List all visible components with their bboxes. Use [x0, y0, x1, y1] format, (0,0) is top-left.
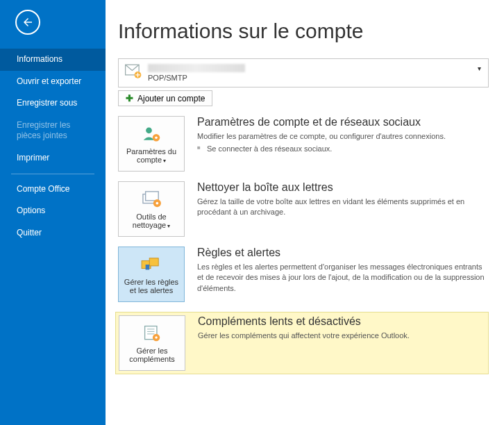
section-desc: Gérez la taille de votre boîte aux lettr… — [197, 197, 489, 218]
add-account-button[interactable]: ✚ Ajouter un compte — [118, 90, 212, 106]
section-desc: Gérer les compléments qui affectent votr… — [198, 331, 485, 341]
nav-print[interactable]: Imprimer — [0, 147, 106, 169]
section-desc: Modifier les paramètres de ce compte, ou… — [197, 131, 489, 142]
svg-rect-6 — [146, 192, 159, 201]
main-panel: Informations sur le compte POP/SMTP ▾ ✚ … — [106, 0, 504, 425]
account-selector[interactable]: POP/SMTP ▾ — [118, 58, 489, 88]
back-button[interactable] — [15, 10, 40, 35]
tile-manage-addins[interactable]: Gérer les compléments — [119, 315, 185, 371]
page-title: Informations sur le compte — [118, 19, 489, 43]
svg-point-2 — [146, 127, 152, 133]
svg-point-4 — [155, 137, 158, 140]
nav-save-attachments: Enregistrer les pièces jointes — [0, 115, 106, 147]
rules-icon — [140, 254, 162, 275]
svg-point-8 — [156, 202, 159, 205]
section-cleanup: Outils de nettoyage▾ Nettoyer la boîte a… — [118, 181, 489, 237]
plus-icon: ✚ — [126, 93, 133, 103]
user-gear-icon — [141, 124, 162, 144]
tile-rules-alerts[interactable]: Gérer les règles et les alertes — [118, 247, 185, 302]
backstage-sidebar: Informations Ouvrir et exporter Enregist… — [0, 0, 106, 425]
cleanup-icon — [141, 189, 162, 210]
addins-icon — [142, 323, 162, 344]
section-heading: Nettoyer la boîte aux lettres — [197, 181, 489, 194]
nav-informations[interactable]: Informations — [0, 49, 106, 71]
nav-separator — [11, 174, 94, 174]
nav-save-as[interactable]: Enregistrer sous — [0, 92, 106, 115]
account-icon — [124, 62, 142, 83]
section-addins: Gérer les compléments Compléments lents … — [115, 312, 489, 374]
svg-point-17 — [155, 336, 157, 338]
social-connect-link[interactable]: Se connecter à des réseaux sociaux. — [197, 144, 489, 153]
account-protocol: POP/SMTP — [148, 74, 245, 82]
nav-open-export[interactable]: Ouvrir et exporter — [0, 71, 106, 93]
account-email-obscured — [148, 64, 245, 72]
svg-rect-11 — [146, 265, 150, 269]
nav-options[interactable]: Options — [0, 200, 106, 222]
tile-cleanup-tools[interactable]: Outils de nettoyage▾ — [118, 181, 185, 237]
section-account-settings: Paramètres du compte▾ Paramètres de comp… — [118, 116, 489, 172]
section-heading: Paramètres de compte et de réseaux socia… — [197, 116, 489, 128]
section-heading: Règles et alertes — [197, 247, 489, 259]
chevron-down-icon: ▾ — [478, 65, 481, 72]
section-desc: Les règles et les alertes permettent d'o… — [197, 262, 489, 294]
nav-quit[interactable]: Quitter — [0, 222, 106, 244]
tile-account-settings[interactable]: Paramètres du compte▾ — [118, 116, 185, 172]
svg-rect-10 — [149, 258, 158, 266]
section-rules: Gérer les règles et les alertes Règles e… — [118, 247, 489, 302]
nav-office-account[interactable]: Compte Office — [0, 178, 106, 201]
arrow-left-icon — [22, 16, 34, 28]
section-heading: Compléments lents et désactivés — [198, 315, 485, 328]
